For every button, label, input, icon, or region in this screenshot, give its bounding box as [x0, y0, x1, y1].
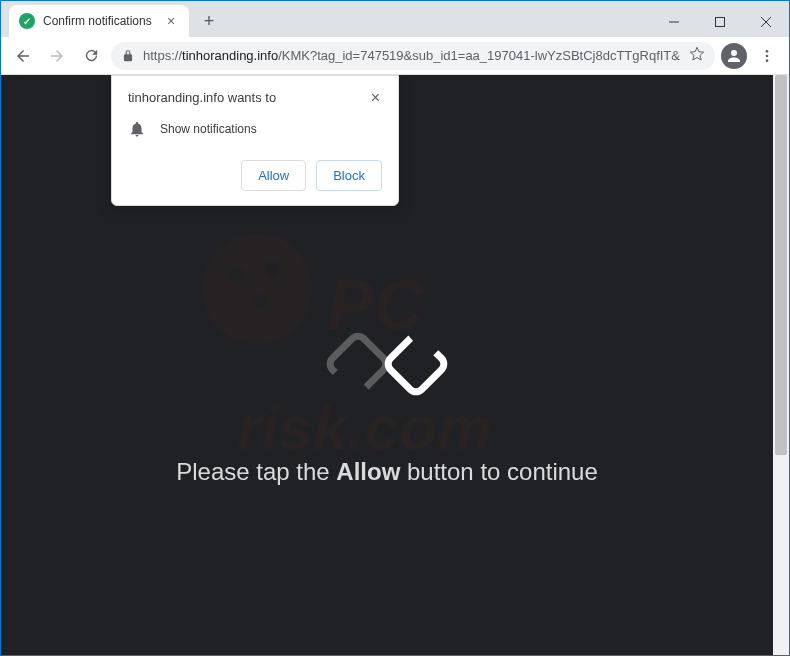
url-text: https://tinhoranding.info/KMK?tag_id=747…: [143, 48, 681, 63]
address-bar[interactable]: https://tinhoranding.info/KMK?tag_id=747…: [111, 42, 715, 70]
loader-icon: [312, 324, 462, 408]
tab-bar: Confirm notifications × +: [1, 1, 789, 37]
forward-button[interactable]: [43, 42, 71, 70]
instruction-text: Please tap the Allow button to continue: [176, 458, 598, 486]
svg-point-10: [252, 294, 266, 308]
bookmark-icon[interactable]: [689, 46, 705, 65]
menu-button[interactable]: [753, 42, 781, 70]
bell-icon: [128, 120, 146, 138]
svg-point-4: [766, 50, 769, 53]
svg-rect-14: [385, 333, 447, 395]
close-icon[interactable]: ×: [163, 13, 179, 29]
popup-title: tinhoranding.info wants to: [128, 90, 276, 105]
svg-rect-13: [327, 333, 389, 395]
close-window-button[interactable]: [743, 7, 789, 37]
svg-point-9: [265, 262, 279, 276]
allow-button[interactable]: Allow: [241, 160, 306, 191]
checkmark-icon: [19, 13, 35, 29]
lock-icon: [121, 49, 135, 63]
close-icon[interactable]: ×: [369, 90, 382, 106]
browser-tab[interactable]: Confirm notifications ×: [9, 5, 189, 37]
svg-rect-1: [716, 18, 725, 27]
svg-point-6: [766, 59, 769, 62]
reload-button[interactable]: [77, 42, 105, 70]
svg-point-8: [230, 267, 244, 281]
page-content: PC risk.com Please tap the Allow button …: [1, 75, 773, 655]
svg-point-7: [202, 234, 312, 344]
notification-permission-popup: tinhoranding.info wants to × Show notifi…: [111, 75, 399, 206]
maximize-button[interactable]: [697, 7, 743, 37]
block-button[interactable]: Block: [316, 160, 382, 191]
svg-point-5: [766, 54, 769, 57]
tab-title: Confirm notifications: [43, 14, 155, 28]
scrollbar[interactable]: [773, 75, 789, 655]
back-button[interactable]: [9, 42, 37, 70]
minimize-button[interactable]: [651, 7, 697, 37]
browser-toolbar: https://tinhoranding.info/KMK?tag_id=747…: [1, 37, 789, 75]
popup-message: Show notifications: [160, 122, 257, 136]
scrollbar-thumb[interactable]: [775, 75, 787, 455]
profile-button[interactable]: [721, 43, 747, 69]
new-tab-button[interactable]: +: [195, 7, 223, 35]
